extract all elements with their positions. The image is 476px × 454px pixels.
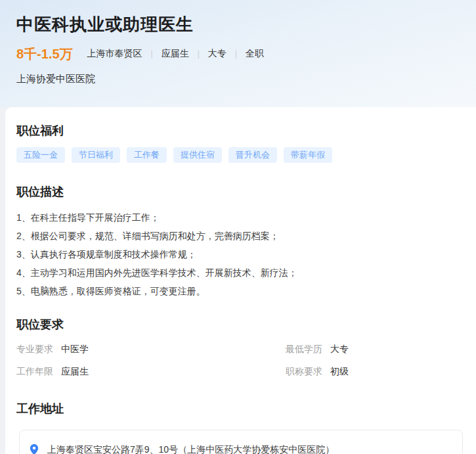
meta-education: 大专 (208, 48, 227, 60)
meta-separator: | (151, 49, 153, 58)
section-description: 职位描述 1、在科主任指导下开展治疗工作； 2、根据公司要求，规范、详细书写病历… (16, 186, 463, 300)
job-meta-row: 8千-1.5万 上海市奉贤区 | 应届生 | 大专 | 全职 (16, 46, 476, 62)
requirement-value: 中医学 (61, 344, 89, 354)
requirement-major: 专业要求中医学 (16, 342, 286, 355)
benefit-tag: 节日福利 (72, 147, 120, 163)
meta-separator: | (235, 49, 237, 58)
job-detail-card: 职位福利 五险一金 节日福利 工作餐 提供住宿 晋升机会 带薪年假 职位描述 1… (5, 107, 476, 454)
meta-experience: 应届生 (162, 48, 189, 60)
company-name: 上海协爱中医医院 (16, 73, 476, 85)
meta-separator: | (198, 49, 200, 58)
requirement-label: 专业要求 (16, 344, 53, 354)
description-line: 5、电脑熟悉，取得医师资格证，可变更注册。 (16, 282, 463, 300)
requirement-value: 应届生 (61, 366, 89, 376)
requirement-education: 最低学历大专 (286, 342, 463, 355)
benefit-tag: 工作餐 (127, 147, 167, 163)
location-pin-icon (29, 443, 39, 454)
address-heading: 工作地址 (16, 403, 463, 415)
page-title: 中医科执业或助理医生 (16, 13, 476, 35)
requirement-value: 大专 (330, 344, 349, 354)
description-line: 2、根据公司要求，规范、详细书写病历和处方，完善病历档案； (16, 227, 463, 245)
requirement-title-level: 职称要求初级 (286, 365, 463, 378)
meta-job-type: 全职 (246, 48, 264, 60)
job-header: 中医科执业或助理医生 8千-1.5万 上海市奉贤区 | 应届生 | 大专 | 全… (0, 0, 476, 107)
requirements-grid: 专业要求中医学 最低学历大专 工作年限应届生 职称要求初级 (16, 342, 463, 378)
requirement-experience: 工作年限应届生 (16, 365, 286, 378)
requirement-label: 职称要求 (286, 366, 322, 376)
section-requirements: 职位要求 专业要求中医学 最低学历大专 工作年限应届生 职称要求初级 (16, 319, 463, 378)
requirement-value: 初级 (330, 366, 349, 376)
benefit-tag: 晋升机会 (228, 147, 277, 163)
section-benefits: 职位福利 五险一金 节日福利 工作餐 提供住宿 晋升机会 带薪年假 (16, 125, 463, 163)
benefits-heading: 职位福利 (16, 125, 463, 137)
benefit-tag: 带薪年假 (284, 147, 332, 163)
requirements-heading: 职位要求 (16, 319, 463, 330)
description-heading: 职位描述 (16, 186, 463, 198)
address-text: 上海奉贤区宝安公路7弄9、10号（上海中医药大学协爱栋安中医医院） (47, 443, 334, 454)
address-box: 上海奉贤区宝安公路7弄9、10号（上海中医药大学协爱栋安中医医院） (19, 430, 463, 454)
requirement-label: 最低学历 (286, 344, 322, 354)
description-lines: 1、在科主任指导下开展治疗工作； 2、根据公司要求，规范、详细书写病历和处方，完… (16, 208, 463, 300)
section-address: 工作地址 上海奉贤区宝安公路7弄9、10号（上海中医药大学协爱栋安中医医院） (16, 403, 463, 454)
benefit-tag: 五险一金 (16, 147, 65, 163)
requirement-label: 工作年限 (16, 366, 53, 376)
description-line: 1、在科主任指导下开展治疗工作； (16, 208, 463, 227)
benefit-tags-row: 五险一金 节日福利 工作餐 提供住宿 晋升机会 带薪年假 (16, 147, 463, 163)
salary-text: 8千-1.5万 (16, 45, 73, 63)
description-line: 3、认真执行各项规章制度和技术操作常规； (16, 245, 463, 263)
benefit-tag: 提供住宿 (173, 147, 222, 163)
description-line: 4、主动学习和运用国内外先进医学科学技术、开展新技术、新疗法； (16, 263, 463, 282)
meta-location: 上海市奉贤区 (87, 48, 142, 60)
